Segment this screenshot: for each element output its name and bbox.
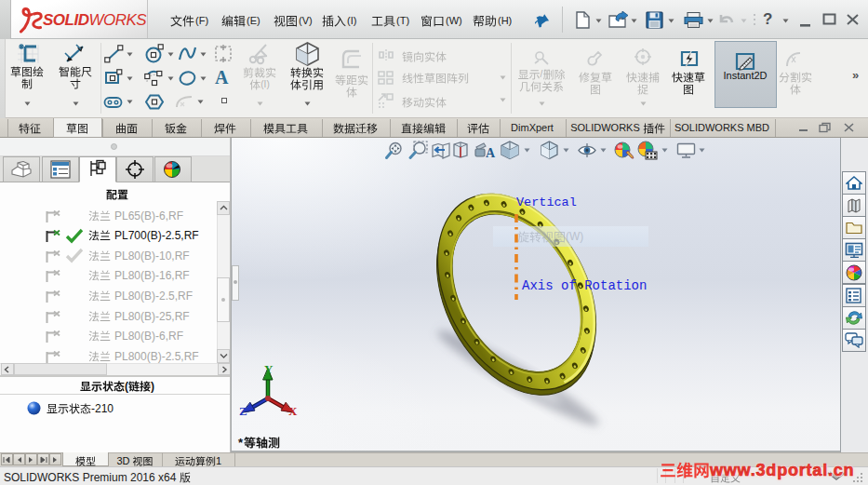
- svg-text:X: X: [288, 404, 298, 418]
- svg-text:Z: Z: [239, 404, 247, 418]
- svg-text:Y: Y: [264, 362, 274, 376]
